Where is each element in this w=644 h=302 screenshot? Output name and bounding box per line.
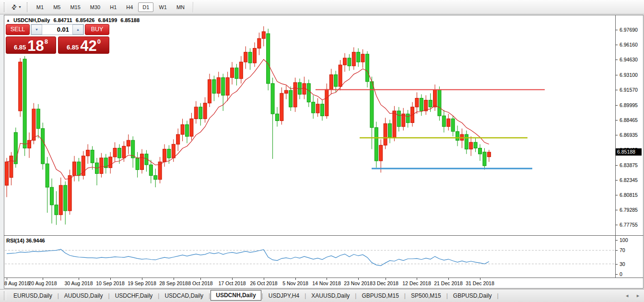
timeframe-button-m5[interactable]: M5 [49,2,65,12]
candle-body [397,111,400,127]
candle-body [388,124,392,138]
volume-decrease-button[interactable]: ▼ [31,24,42,35]
price-axis-tick [616,105,618,106]
timeframe-button-h1[interactable]: H1 [105,2,121,12]
chart-tab-gbpusd-m15[interactable]: GBPUSD,M15 [357,290,403,301]
candle-body [32,109,35,140]
candle-body [271,84,274,114]
candle-body [415,98,419,107]
date-axis-tick [480,278,480,280]
tab-separator: | [497,292,499,299]
rsi-axis[interactable]: 10070300 [615,236,643,278]
buy-button[interactable]: BUY [85,24,109,35]
price-axis-tick [616,135,618,135]
date-axis-tick [232,278,233,280]
current-price-tag: 6.85188 [616,148,642,156]
chart-tab-audusd-daily[interactable]: AUDUSD,Daily [59,290,108,301]
price-axis-label: 6.80815 [620,192,638,198]
timeframe-toolbar-grip[interactable] [27,2,29,12]
candle-body [312,102,315,113]
timeframe-button-h4[interactable]: H4 [122,2,137,12]
price-axis-label: 6.86935 [620,132,638,138]
chart-tab-xauusd-daily[interactable]: XAUUSD,Daily [306,290,354,301]
chart-tab-usdcad-daily[interactable]: USDCAD,Daily [160,290,208,301]
pointer-tool-group[interactable]: ⇄ ▼ [9,3,24,11]
candle-body [64,185,67,211]
price-axis-label: 6.89995 [620,102,638,108]
price-axis[interactable]: 6.976906.961606.946306.931006.915706.899… [615,15,643,235]
chart-tab-usdcnh-daily[interactable]: USDCNH,Daily [211,290,261,301]
candle-body [136,158,139,170]
rsi-indicator-plot[interactable] [4,236,615,278]
rsi-separator[interactable] [4,235,644,236]
candle-body [212,80,216,94]
chart-tab-usdchf-daily[interactable]: USDCHF,Daily [110,290,158,301]
candle-body [141,154,144,170]
chart-tab-usdjpy-h4[interactable]: USDJPY,H4 [264,290,304,301]
volume-input[interactable] [42,24,72,35]
price-axis-label: 6.77755 [620,222,638,228]
chart-tab-gbpusd-daily[interactable]: GBPUSD,Daily [448,290,497,301]
candle-body [375,128,378,161]
toolbar-separator [193,2,193,12]
sell-button[interactable]: SELL [6,24,30,35]
candle-body [113,148,117,157]
chart-tab-sp500-m15[interactable]: SP500,M15 [406,290,446,301]
toolbar-drag-grip[interactable] [4,2,6,12]
timeframe-button-w1[interactable]: W1 [154,2,171,12]
candle-body [91,150,94,163]
timeframe-button-m1[interactable]: M1 [32,2,48,12]
buy-price-display[interactable]: 6.85 42 0 [58,36,109,54]
rsi-axis-tick [616,250,618,251]
candle-body [406,114,410,122]
rsi-indicator-label: RSI(14) 36.9446 [6,238,45,243]
price-axis-tick [616,60,618,60]
tab-bar-grip[interactable] [4,291,6,300]
candle-body [280,93,283,121]
price-axis-label: 6.96160 [620,42,638,48]
candle-body [77,162,81,176]
candle-body [41,129,45,164]
candle-body [244,52,247,62]
timeframe-button-d1[interactable]: D1 [138,2,153,12]
timeframe-button-mn[interactable]: MN [172,2,189,12]
candle-body [167,149,171,158]
candle-body [284,90,288,93]
date-axis-tick [200,278,201,280]
sell-price-display[interactable]: 6.85 18 8 [6,36,56,54]
price-axis-tick [616,195,618,195]
date-axis-tick [295,278,296,280]
candle-body [231,68,234,77]
candle-body [420,98,423,111]
candle-body [149,165,152,175]
date-axis[interactable]: 8 Aug 201820 Aug 201830 Aug 201810 Sep 2… [4,278,643,288]
date-axis-tick [79,278,79,280]
candle-body [203,103,207,119]
candle-body [483,152,486,166]
candle-body [334,75,338,87]
collapse-arrow-icon[interactable]: ▲ [6,18,10,23]
candle-body [235,68,238,78]
tool-dropdown-caret-icon[interactable]: ▼ [18,5,22,9]
chart-tab-eurusd-daily[interactable]: EURUSD,Daily [9,290,57,301]
buy-price-big: 42 [80,40,96,52]
sell-price-base: 6.85 [14,44,26,51]
candle-body [325,89,328,116]
candle-body [208,80,211,103]
candle-body [474,142,477,148]
candle-body [447,119,450,126]
date-axis-tick [7,278,7,280]
volume-stepper: ▼ ▲ [31,24,84,35]
candle-body [343,58,347,65]
rsi-axis-tick [616,264,618,265]
chart-tab-bar: EURUSD,Daily|AUDUSD,Daily|USDCHF,Daily|U… [0,289,644,302]
price-axis-label: 6.97690 [620,27,638,33]
volume-increase-button[interactable]: ▲ [72,24,83,35]
candle-body [118,148,121,158]
date-axis-tick [417,278,417,280]
price-axis-label: 6.83875 [620,162,638,168]
timeframe-button-m30[interactable]: M30 [86,2,105,12]
tab-scroll-left-icon[interactable]: ◄ [625,293,629,298]
tab-scroll-right-icon[interactable]: ► [636,293,640,298]
timeframe-button-m15[interactable]: M15 [66,2,84,12]
